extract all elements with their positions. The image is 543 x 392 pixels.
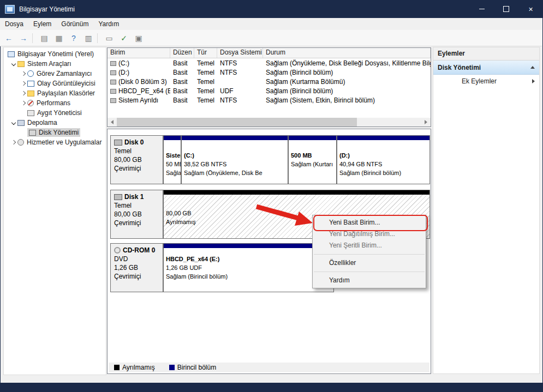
legend-unallocated-swatch bbox=[114, 365, 120, 370]
disk-icon bbox=[114, 194, 122, 200]
folder-icon bbox=[17, 61, 25, 67]
tree-item-label: Hizmetler ve Uygulamalar bbox=[27, 138, 102, 146]
partition-status: Sağlam (Birincil bölüm) bbox=[166, 272, 331, 281]
partition-status: Sağlam (Kurtarı bbox=[291, 160, 334, 168]
horizontal-scrollbar[interactable] bbox=[108, 118, 431, 126]
tree-item-label: Bilgisayar Yönetimi (Yerel) bbox=[17, 50, 94, 58]
volume-row[interactable]: (Disk 0 Bölüm 3) Basit Temel Sağlam (Kur… bbox=[108, 77, 431, 86]
partition-color-band bbox=[164, 244, 333, 248]
volume-name: (C:) bbox=[118, 59, 129, 67]
tree-item-disk-yonetimi[interactable]: Disk Yönetimi bbox=[27, 128, 80, 137]
menu-eylem[interactable]: Eylem bbox=[28, 18, 56, 30]
tree-item-sistem-araclari[interactable]: Sistem Araçları bbox=[10, 59, 71, 69]
scrollbar-thumb[interactable] bbox=[117, 118, 357, 126]
device-manager-icon bbox=[27, 110, 34, 116]
scroll-left-icon bbox=[111, 120, 114, 124]
volume-fs: NTFS bbox=[217, 69, 263, 76]
disk-management-icon bbox=[29, 130, 36, 136]
scrollbar-track[interactable] bbox=[357, 118, 421, 126]
menu-gorunum[interactable]: Görünüm bbox=[56, 18, 93, 30]
volume-row[interactable]: (C:) Basit Temel NTFS Sağlam (Önyükleme,… bbox=[108, 58, 431, 68]
partition-recovery[interactable]: 500 MB Sağlam (Kurtarı bbox=[288, 135, 337, 184]
chevron-right-icon bbox=[11, 140, 16, 144]
tree-item-depolama[interactable]: Depolama bbox=[10, 118, 57, 128]
partition-c[interactable]: (C:) 38,52 GB NTFS Sağlam (Önyükleme, Di… bbox=[181, 135, 288, 184]
partition-hbcd[interactable]: HBCD_PE_x64 (E:) 1,26 GB UDF Sağlam (Bir… bbox=[163, 243, 334, 292]
forward-icon[interactable]: → bbox=[17, 33, 29, 44]
volume-status: Sağlam (Kurtarma Bölümü) bbox=[263, 78, 431, 86]
disk-status: Çevrimiçi bbox=[114, 272, 163, 281]
partition-status: Sağlam (Birincil bölüm) bbox=[339, 168, 427, 177]
actions-ek-eylemler[interactable]: Ek Eylemler bbox=[433, 75, 539, 88]
chevron-down-icon bbox=[11, 62, 16, 66]
volume-row[interactable]: (D:) Basit Temel NTFS Sağlam (Birincil b… bbox=[108, 68, 431, 77]
disk1-header[interactable]: Disk 1 Temel 80,00 GB Çevrimiçi bbox=[110, 190, 163, 239]
partition-size: 40,94 GB NTFS bbox=[339, 160, 427, 168]
actions-sub-label: Ek Eylemler bbox=[462, 77, 497, 85]
back-icon[interactable]: ← bbox=[3, 33, 15, 44]
column-header-duzen[interactable]: Düzen bbox=[170, 48, 194, 58]
menu-item-yardim[interactable]: Yardım bbox=[313, 275, 426, 286]
chevron-right-icon bbox=[21, 81, 26, 86]
volume-layout: Basit bbox=[170, 69, 194, 76]
event-viewer-icon bbox=[27, 81, 34, 87]
partition-sistem-ayrildi[interactable]: Sistem A 50 MB N Sağlam ( bbox=[163, 135, 181, 184]
chevron-right-icon bbox=[21, 71, 26, 76]
tree-item-hizmetler-ve-uygulamalar[interactable]: Hizmetler ve Uygulamalar bbox=[10, 137, 102, 147]
minimize-button[interactable] bbox=[469, 0, 494, 18]
close-button[interactable]: × bbox=[518, 0, 543, 18]
tree-item-olay-goruntuleyicisi[interactable]: Olay Görüntüleyicisi bbox=[20, 79, 96, 88]
partition-status: Sağlam ( bbox=[166, 168, 178, 177]
actions-pane: Eylemler Disk Yönetimi Ek Eylemler bbox=[433, 47, 540, 374]
partition-label: (D:) bbox=[339, 151, 427, 160]
tree-item-label: Aygıt Yöneticisi bbox=[37, 109, 82, 117]
volume-fs: NTFS bbox=[217, 97, 263, 104]
scroll-left-button[interactable] bbox=[108, 118, 117, 126]
help-icon[interactable]: ? bbox=[68, 33, 80, 44]
menu-separator bbox=[314, 254, 425, 255]
menu-separator bbox=[314, 272, 425, 272]
tree-item-paylasilan-klasorler[interactable]: Paylaşılan Klasörler bbox=[20, 88, 95, 98]
disk-size: 80,00 GB bbox=[114, 210, 163, 219]
window-title: Bilgisayar Yönetimi bbox=[19, 5, 75, 13]
volume-row[interactable]: Sistem Ayrıldı Basit Temel NTFS Sağlam (… bbox=[108, 95, 431, 105]
tree-item-computer-management[interactable]: Bilgisayar Yönetimi (Yerel) bbox=[8, 49, 94, 59]
disk0-header[interactable]: Disk 0 Temel 80,00 GB Çevrimiçi bbox=[110, 135, 163, 184]
column-header-birim[interactable]: Birim bbox=[108, 48, 170, 58]
volume-icon bbox=[110, 70, 116, 75]
callout-icon[interactable]: ▭ bbox=[103, 33, 115, 44]
volume-row[interactable]: HBCD_PE_x64 (E:) Basit Temel UDF Sağlam … bbox=[108, 86, 431, 95]
actions-group-disk-yonetimi[interactable]: Disk Yönetimi bbox=[433, 61, 539, 75]
partition-d[interactable]: (D:) 40,94 GB NTFS Sağlam (Birincil bölü… bbox=[337, 135, 430, 184]
performance-icon bbox=[27, 100, 34, 106]
volume-type: Temel bbox=[194, 59, 217, 67]
disk-type: DVD bbox=[114, 255, 163, 263]
check-icon[interactable]: ✓ bbox=[118, 33, 130, 44]
action-pane-icon[interactable]: ▣ bbox=[133, 33, 145, 44]
column-header-durum[interactable]: Durum bbox=[263, 48, 431, 58]
cdrom0-header[interactable]: CD-ROM 0 DVD 1,26 GB Çevrimiçi bbox=[110, 243, 163, 292]
volume-name: Sistem Ayrıldı bbox=[118, 97, 158, 104]
menu-dosya[interactable]: Dosya bbox=[0, 18, 28, 30]
volume-type: Temel bbox=[194, 78, 217, 86]
chevron-right-icon bbox=[21, 91, 26, 95]
export-list-icon[interactable]: ▤ bbox=[38, 33, 50, 44]
minimize-icon bbox=[479, 9, 485, 9]
tree-item-aygit-yoneticisi[interactable]: Aygıt Yöneticisi bbox=[27, 108, 82, 118]
tree-item-gorev-zamanlayici[interactable]: Görev Zamanlayıcı bbox=[20, 69, 92, 79]
menu-item-ozellikler[interactable]: Özellikler bbox=[313, 257, 426, 269]
maximize-button[interactable] bbox=[494, 0, 518, 18]
expand-right-icon bbox=[532, 79, 535, 83]
menu-yardim[interactable]: Yardım bbox=[93, 18, 124, 30]
column-header-tur[interactable]: Tür bbox=[194, 48, 217, 58]
column-header-dosya-sistemi[interactable]: Dosya Sistemi bbox=[217, 48, 263, 58]
toolbar-separator bbox=[32, 33, 33, 43]
console-window-icon[interactable]: ▦ bbox=[53, 33, 65, 44]
scroll-right-icon bbox=[425, 120, 427, 124]
disk-name: Disk 1 bbox=[124, 192, 144, 201]
scroll-right-button[interactable] bbox=[421, 118, 431, 126]
tree-item-performans[interactable]: Performans bbox=[20, 98, 70, 108]
volume-type: Temel bbox=[194, 87, 217, 95]
console-tree-icon[interactable]: ▥ bbox=[82, 33, 94, 44]
volume-icon bbox=[110, 61, 116, 66]
